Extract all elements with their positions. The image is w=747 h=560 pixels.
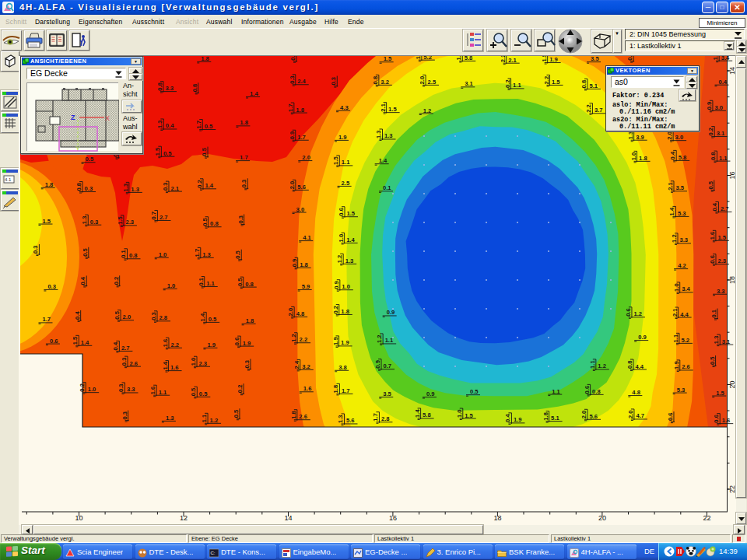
svg-text:0.3: 0.3 [289,75,296,84]
svg-text:1.0: 1.0 [190,358,197,366]
svg-text:14: 14 [728,67,736,75]
svg-text:18: 18 [728,276,736,284]
svg-text:4.2: 4.2 [678,262,686,269]
svg-text:0.9: 0.9 [289,56,296,61]
svg-text:3.5: 3.5 [591,56,599,62]
svg-text:0.4: 0.4 [719,79,728,86]
svg-text:1.8: 1.8 [246,317,254,324]
svg-text:1.3: 1.3 [156,120,163,128]
svg-text:3.0: 3.0 [714,104,723,111]
svg-text:1.3: 1.3 [81,216,88,225]
svg-text:1.4: 1.4 [81,339,89,346]
svg-text:16: 16 [728,171,736,179]
svg-text:1.9: 1.9 [341,339,349,346]
svg-text:1.5: 1.5 [717,234,726,241]
svg-text:0.8: 0.8 [129,252,138,259]
svg-text:2.1: 2.1 [170,185,179,192]
svg-text:0.2: 0.2 [79,383,86,392]
svg-text:2.0: 2.0 [627,410,634,418]
svg-text:0.4: 0.4 [669,151,676,159]
svg-text:4.3: 4.3 [340,104,349,111]
svg-text:0.8: 0.8 [710,152,717,161]
svg-text:1.5: 1.5 [716,390,724,397]
svg-text:5.3: 5.3 [678,210,686,217]
svg-text:0.5: 0.5 [201,147,208,156]
svg-text:0.8: 0.8 [626,360,633,369]
svg-text:5.8: 5.8 [679,154,687,161]
svg-text:5.8: 5.8 [423,411,431,418]
svg-text:20: 20 [728,380,736,388]
svg-text:2.2: 2.2 [585,104,592,113]
svg-text:3.7: 3.7 [594,107,603,114]
svg-text:0.6: 0.6 [709,255,716,264]
svg-text:1.5: 1.5 [388,106,397,113]
svg-text:1.7: 1.7 [342,387,350,394]
svg-text:2.8: 2.8 [160,314,168,321]
svg-text:0.6: 0.6 [713,415,720,423]
svg-text:0.9: 0.9 [426,390,435,397]
svg-text:0.6: 0.6 [667,413,674,422]
svg-text:5.8: 5.8 [465,56,473,61]
svg-text:0.7: 0.7 [384,362,392,369]
svg-text:1.0: 1.0 [167,282,176,289]
svg-text:1.1: 1.1 [513,82,521,89]
svg-text:2.0: 2.0 [287,308,294,317]
svg-text:1.8: 1.8 [290,411,297,419]
svg-text:1.3: 1.3 [345,257,354,264]
svg-text:1.9: 1.9 [549,56,558,63]
svg-text:1.3: 1.3 [384,132,393,139]
svg-text:1.1: 1.1 [342,159,350,166]
svg-text:0.9: 0.9 [291,259,298,268]
svg-text:2.7: 2.7 [121,345,130,352]
svg-text:1.4: 1.4 [205,182,214,189]
svg-text:1.5: 1.5 [332,156,339,165]
svg-text:1.4: 1.4 [455,56,462,60]
svg-text:0.3: 0.3 [244,360,251,369]
svg-text:2.0: 2.0 [419,76,426,85]
svg-text:1.8: 1.8 [341,308,349,315]
svg-text:1.7: 1.7 [240,154,248,161]
svg-text:5.1: 5.1 [551,415,559,422]
svg-text:2.2: 2.2 [300,336,308,343]
svg-text:1.7: 1.7 [372,413,379,422]
svg-text:22: 22 [703,514,710,522]
svg-text:0.5: 0.5 [470,388,479,395]
svg-text:1.7: 1.7 [287,103,294,112]
svg-text:0.2: 0.2 [196,180,203,188]
svg-text:0.3: 0.3 [32,245,39,254]
svg-text:1.7: 1.7 [297,134,306,141]
svg-text:3.3: 3.3 [680,236,689,243]
svg-text:0.4: 0.4 [74,311,81,320]
svg-text:1.8: 1.8 [201,56,209,62]
svg-text:1.3: 1.3 [166,415,174,422]
svg-text:X: X [105,114,110,122]
svg-text:22: 22 [728,485,736,493]
svg-text:1.2: 1.2 [598,362,606,369]
svg-text:3.4: 3.4 [721,56,730,61]
svg-text:1.9: 1.9 [514,416,522,423]
svg-text:3.2: 3.2 [302,363,310,370]
svg-text:2.1: 2.1 [380,103,387,111]
svg-text:1.4: 1.4 [414,409,421,418]
svg-text:1.1: 1.1 [385,337,394,344]
svg-text:5.2: 5.2 [681,337,689,344]
svg-text:Z: Z [71,114,75,121]
svg-text:1.0: 1.0 [630,152,637,161]
svg-text:0.5: 0.5 [209,316,217,323]
svg-text:1.4: 1.4 [199,313,206,321]
svg-text:0.9: 0.9 [374,360,381,369]
svg-text:1.0: 1.0 [159,251,167,258]
svg-text:0.8: 0.8 [580,80,587,89]
svg-text:1.1: 1.1 [206,280,215,287]
svg-text:1.7: 1.7 [43,316,51,323]
svg-text:1.7: 1.7 [194,249,201,257]
svg-text:1.9: 1.9 [332,337,339,345]
svg-text:1.0: 1.0 [456,409,463,418]
svg-text:1.5: 1.5 [72,336,79,345]
svg-text:1.8: 1.8 [542,412,549,421]
svg-text:0.5: 0.5 [114,310,121,319]
svg-text:1.3: 1.3 [122,184,129,192]
svg-text:0.8: 0.8 [210,220,219,227]
svg-text:1.1: 1.1 [719,155,728,162]
svg-text:1.4: 1.4 [712,56,719,60]
